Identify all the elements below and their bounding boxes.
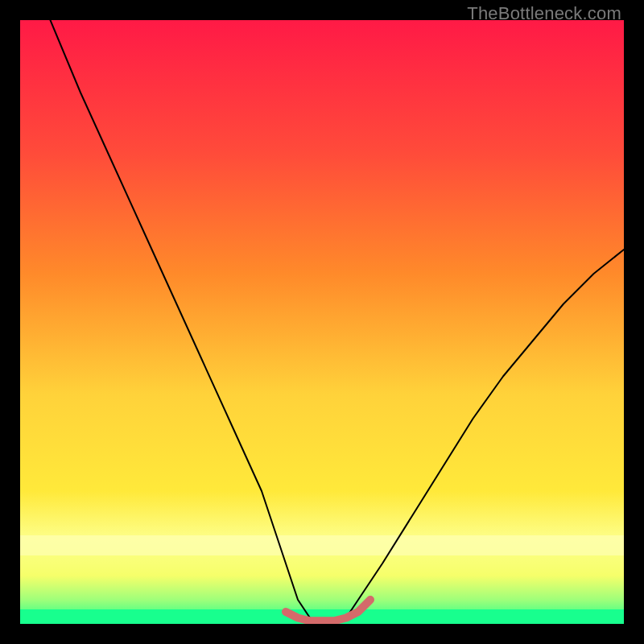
chart-frame: TheBottleneck.com [0,0,644,644]
watermark-text: TheBottleneck.com [467,3,621,24]
gradient-bg [20,20,624,624]
plot-area [20,20,624,624]
pale-yellow-band [20,535,624,555]
chart-svg [20,20,624,624]
